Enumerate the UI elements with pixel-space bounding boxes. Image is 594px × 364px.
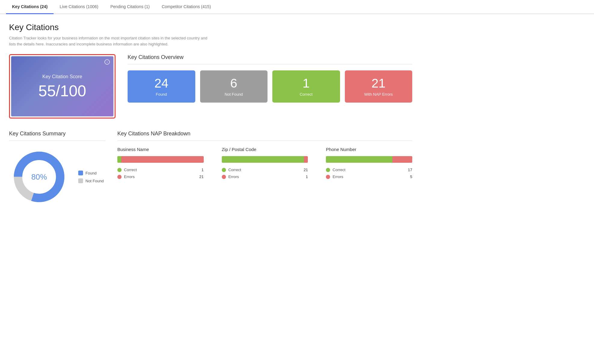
score-card-value: 55/100 <box>38 83 86 99</box>
nap-business-name-bar-green <box>117 156 121 163</box>
nap-business-name-errors-label: Errors <box>124 174 197 179</box>
nap-divider <box>117 140 412 141</box>
nap-phone-correct-row: Correct 17 <box>326 168 412 172</box>
nap-phone-errors-label: Errors <box>333 174 407 179</box>
nap-zip-correct-label: Correct <box>228 168 301 172</box>
nap-phone-errors-dot <box>326 175 330 179</box>
nap-business-name-correct-value: 1 <box>201 168 203 172</box>
tab-pending-citations[interactable]: Pending Citations (1) <box>104 0 156 14</box>
score-card-wrapper: i Key Citation Score 55/100 <box>9 54 116 119</box>
nap-zip-correct-dot <box>222 168 226 172</box>
found-number: 24 <box>154 76 169 90</box>
nap-zip-bar-green <box>222 156 304 163</box>
nap-phone-title: Phone Number <box>326 147 412 152</box>
info-icon[interactable]: i <box>104 59 110 65</box>
page-title: Key Citations <box>9 23 412 32</box>
correct-label: Correct <box>300 92 313 97</box>
nap-section: Key Citations NAP Breakdown Business Nam… <box>117 131 412 179</box>
overview-card-notfound[interactable]: 6 Not Found <box>200 70 268 103</box>
nap-business-name-correct-dot <box>117 168 122 172</box>
overview-section: Key Citations Overview 24 Found 6 Not Fo… <box>128 54 412 103</box>
nap-col-business-name: Business Name Correct 1 Errors <box>117 147 204 179</box>
nap-zip-correct-value: 21 <box>304 168 308 172</box>
nap-phone-errors-row: Errors 5 <box>326 174 412 179</box>
tab-competitor-citations[interactable]: Competitor Citations (415) <box>156 0 217 14</box>
summary-title: Key Citations Summary <box>9 131 105 137</box>
correct-number: 1 <box>303 76 310 90</box>
nap-col-phone: Phone Number Correct 17 Errors <box>326 147 412 179</box>
nap-phone-stats: Correct 17 Errors 5 <box>326 168 412 179</box>
donut-chart: 80% <box>9 147 69 207</box>
tab-live-citations[interactable]: Live Citations (1006) <box>54 0 104 14</box>
nap-phone-correct-label: Correct <box>333 168 405 172</box>
nap-zip-bar <box>222 156 308 163</box>
nap-phone-bar-red <box>392 156 412 163</box>
nap-phone-bar-green <box>326 156 392 163</box>
bottom-section: Key Citations Summary 80% <box>9 131 412 207</box>
legend-found-dot <box>78 171 83 175</box>
overview-card-naperrors[interactable]: 21 With NAP Errors <box>345 70 413 103</box>
overview-card-correct[interactable]: 1 Correct <box>272 70 340 103</box>
score-card: i Key Citation Score 55/100 <box>11 56 113 116</box>
nap-zip-title: Zip / Postal Code <box>222 147 308 152</box>
legend-found: Found <box>78 171 104 175</box>
legend-notfound-dot <box>78 178 83 183</box>
legend-notfound-label: Not Found <box>85 179 104 183</box>
legend-found-label: Found <box>85 171 97 175</box>
chart-legend: Found Not Found <box>78 171 104 183</box>
overview-card-found[interactable]: 24 Found <box>128 70 195 103</box>
nap-zip-bar-red <box>304 156 308 163</box>
legend-notfound: Not Found <box>78 178 104 183</box>
nap-phone-bar <box>326 156 412 163</box>
nap-zip-errors-dot <box>222 175 226 179</box>
nap-zip-errors-row: Errors 1 <box>222 174 308 179</box>
nap-col-zip: Zip / Postal Code Correct 21 E <box>222 147 308 179</box>
found-label: Found <box>156 92 167 97</box>
nap-zip-errors-label: Errors <box>228 174 303 179</box>
tab-bar: Key Citations (24) Live Citations (1006)… <box>0 0 594 14</box>
nap-zip-correct-row: Correct 21 <box>222 168 308 172</box>
nap-phone-correct-value: 17 <box>408 168 412 172</box>
nap-phone-correct-dot <box>326 168 330 172</box>
nap-phone-errors-value: 5 <box>410 174 412 179</box>
nap-business-name-bar <box>117 156 204 163</box>
summary-divider <box>9 140 105 141</box>
page-description: Citation Tracker looks for your business… <box>9 35 214 47</box>
nap-title: Key Citations NAP Breakdown <box>117 131 412 137</box>
nap-columns: Business Name Correct 1 Errors <box>117 147 412 179</box>
nap-business-name-errors-row: Errors 21 <box>117 174 204 179</box>
tab-key-citations[interactable]: Key Citations (24) <box>6 0 54 14</box>
nap-business-name-errors-value: 21 <box>199 174 203 179</box>
top-section: i Key Citation Score 55/100 Key Citation… <box>9 54 412 119</box>
notfound-number: 6 <box>230 76 237 90</box>
score-card-title: Key Citation Score <box>42 74 82 79</box>
overview-cards: 24 Found 6 Not Found 1 Correct 21 With N… <box>128 70 412 103</box>
overview-title: Key Citations Overview <box>128 54 412 60</box>
nap-business-name-errors-dot <box>117 175 122 179</box>
summary-section: Key Citations Summary 80% <box>9 131 105 207</box>
donut-area: 80% Found Not Found <box>9 147 105 207</box>
nap-business-name-bar-red <box>121 156 204 163</box>
naperrors-label: With NAP Errors <box>364 92 393 97</box>
notfound-label: Not Found <box>224 92 243 97</box>
donut-percent: 80% <box>31 172 47 182</box>
nap-zip-stats: Correct 21 Errors 1 <box>222 168 308 179</box>
nap-business-name-stats: Correct 1 Errors 21 <box>117 168 204 179</box>
nap-zip-errors-value: 1 <box>306 174 308 179</box>
nap-business-name-title: Business Name <box>117 147 204 152</box>
nap-business-name-correct-label: Correct <box>124 168 199 172</box>
nap-business-name-correct-row: Correct 1 <box>117 168 204 172</box>
naperrors-number: 21 <box>371 76 385 90</box>
main-content: Key Citations Citation Tracker looks for… <box>0 14 421 215</box>
overview-divider <box>128 64 412 64</box>
